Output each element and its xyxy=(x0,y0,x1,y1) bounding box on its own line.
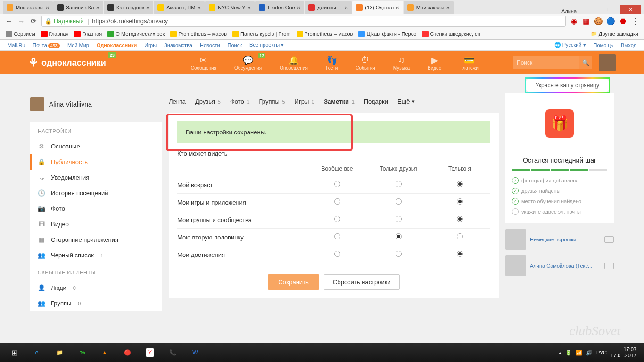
system-tray[interactable]: ▴ 🔋 📶 🔊 РУС 17:07 17.01.2017 xyxy=(559,346,641,359)
radio-button[interactable] xyxy=(396,233,402,239)
close-tab-icon[interactable]: × xyxy=(345,4,348,11)
radio-button[interactable] xyxy=(396,198,402,205)
nav-События[interactable]: ⏱События xyxy=(355,55,375,71)
taskbar-yandex[interactable]: Y xyxy=(139,345,161,361)
forward-button[interactable]: → xyxy=(17,17,25,25)
help-link[interactable]: Помощь xyxy=(594,42,614,48)
back-button[interactable]: ← xyxy=(5,17,13,25)
mailru-link[interactable]: Поиск xyxy=(228,42,242,48)
bookmark-item[interactable]: О Методических рек xyxy=(106,30,166,38)
browser-tab[interactable]: Мои заказы× xyxy=(404,1,454,14)
extension-icon[interactable]: 🍪 xyxy=(594,17,603,25)
bookmark-item[interactable]: Стенки шведские, сп xyxy=(420,30,482,38)
taskbar-explorer[interactable]: 📁 xyxy=(48,345,71,361)
reload-button[interactable]: ⟳ xyxy=(29,17,38,25)
address-bar[interactable]: 🔒 Надежный | https://ok.ru/settings/priv… xyxy=(41,16,566,27)
sidebar-ad[interactable]: Немецкие порошки xyxy=(505,229,614,250)
taskbar-chrome[interactable]: 🔴 xyxy=(116,345,139,361)
sidebar-item[interactable]: 🗨Уведомления xyxy=(30,170,162,185)
ok-logo[interactable]: ⚘ одноклассники 23 xyxy=(28,56,106,69)
message-icon[interactable] xyxy=(604,263,614,269)
other-bookmarks[interactable]: 📁 Другие закладки xyxy=(589,30,640,38)
nav-Музыка[interactable]: ♫Музыка xyxy=(393,55,410,71)
close-tab-icon[interactable]: × xyxy=(396,4,399,11)
browser-tab[interactable]: (13) Однокл× xyxy=(352,1,403,14)
sidebar-item[interactable]: 👥Группы0 xyxy=(30,296,162,311)
radio-button[interactable] xyxy=(396,251,402,257)
nav-Видео[interactable]: ▶Видео xyxy=(428,55,441,71)
taskbar-vlc[interactable]: ▲ xyxy=(93,345,116,361)
sidebar-item[interactable]: 🔒Публичность xyxy=(30,154,162,170)
bookmark-item[interactable]: Главная xyxy=(39,30,71,38)
reset-button[interactable]: Сбросить настройки xyxy=(324,274,400,290)
nav-Сообщения[interactable]: ✉Сообщения xyxy=(191,55,216,71)
nav-Гости[interactable]: 👣Гости xyxy=(326,55,338,71)
sidebar-ad[interactable]: Алина Самойлова (Текс... xyxy=(505,255,614,276)
adblock-icon[interactable]: ⬣ xyxy=(619,17,627,25)
start-button[interactable]: ⊞ xyxy=(3,345,25,361)
radio-button[interactable] xyxy=(334,233,340,239)
bookmark-item[interactable]: Главная xyxy=(72,30,104,38)
save-button[interactable]: Сохранить xyxy=(268,274,319,290)
radio-button[interactable] xyxy=(457,198,463,205)
profile-tab[interactable]: Лента xyxy=(169,98,186,105)
user-avatar[interactable] xyxy=(599,54,616,71)
onboarding-step[interactable]: ✓место обучения найдено xyxy=(512,196,607,206)
radio-button[interactable] xyxy=(334,251,340,257)
extension-icon[interactable]: ▦ xyxy=(582,17,590,25)
close-tab-icon[interactable]: × xyxy=(146,4,150,11)
close-tab-icon[interactable]: × xyxy=(446,4,450,11)
taskbar-viber[interactable]: 📞 xyxy=(161,345,184,361)
close-tab-icon[interactable]: × xyxy=(297,4,301,11)
radio-button[interactable] xyxy=(457,181,463,187)
mailru-link[interactable]: Одноклассники xyxy=(97,42,137,48)
profile-tab[interactable]: Фото 1 xyxy=(230,98,250,105)
extension-icon[interactable]: 🔵 xyxy=(606,17,615,25)
browser-tab[interactable]: Ekiden One× xyxy=(255,1,304,14)
bookmark-item[interactable]: Prometheus – масов xyxy=(168,30,229,38)
profile-tab[interactable]: Игры 0 xyxy=(295,98,314,105)
browser-tab[interactable]: NYC New Y× xyxy=(205,1,255,14)
sidebar-item[interactable]: 👤Люди0 xyxy=(30,280,162,296)
sidebar-item[interactable]: 👥Черный список1 xyxy=(30,247,162,263)
close-tab-icon[interactable]: × xyxy=(46,4,50,11)
bookmark-item[interactable]: Панель курсів | Prom xyxy=(231,30,293,38)
search-button[interactable]: 🔍 xyxy=(579,56,592,69)
onboarding-step[interactable]: укажите адрес эл. почты xyxy=(512,206,607,217)
browser-tab[interactable]: Мои заказы× xyxy=(3,1,53,14)
mailru-link[interactable]: Почта453 xyxy=(33,42,60,48)
onboarding-step[interactable]: ✓друзья найдены xyxy=(512,186,607,196)
nav-Обсуждения[interactable]: 💬Обсуждения13 xyxy=(234,55,262,71)
profile-link[interactable]: Alina Vitaliivna xyxy=(30,93,162,115)
onboarding-step[interactable]: ✓фотография добавлена xyxy=(512,175,607,186)
browser-tab[interactable]: Как в однок× xyxy=(104,1,153,14)
sidebar-item[interactable]: ⚙Основные xyxy=(30,139,162,154)
sidebar-item[interactable]: 🎞Видео xyxy=(30,216,162,232)
mailru-link[interactable]: Mail.Ru xyxy=(8,42,25,48)
maximize-button[interactable]: ☐ xyxy=(599,5,620,14)
language-indicator[interactable]: РУС xyxy=(596,350,607,355)
minimize-button[interactable]: — xyxy=(578,5,599,14)
close-tab-icon[interactable]: × xyxy=(197,4,201,11)
decorate-page-button[interactable]: Украсьте вашу страницу xyxy=(525,77,610,93)
browser-tab[interactable]: джинсы× xyxy=(305,1,352,14)
mailru-link[interactable]: Все проекты ▾ xyxy=(249,42,284,48)
radio-button[interactable] xyxy=(334,198,340,205)
radio-button[interactable] xyxy=(457,251,463,257)
nav-Платежи[interactable]: 💳Платежи xyxy=(459,55,479,71)
sidebar-item[interactable]: 🕓История посещений xyxy=(30,185,162,201)
mailru-link[interactable]: Знакомства xyxy=(164,42,192,48)
chrome-menu-button[interactable]: ⋮ xyxy=(631,17,639,25)
tray-up-icon[interactable]: ▴ xyxy=(559,350,561,356)
sidebar-item[interactable]: 📷Фото xyxy=(30,201,162,216)
profile-tab[interactable]: Группы 5 xyxy=(259,98,285,105)
search-input[interactable] xyxy=(513,56,579,69)
chrome-user[interactable]: Алина xyxy=(561,8,578,14)
nav-Оповещения[interactable]: 🔔Оповещения xyxy=(280,55,308,71)
radio-button[interactable] xyxy=(334,181,340,187)
browser-tab[interactable]: Записи ‹ Кл× xyxy=(53,1,103,14)
bookmark-item[interactable]: Сервисы xyxy=(4,30,37,38)
close-tab-icon[interactable]: × xyxy=(248,4,251,11)
taskbar-word[interactable]: W xyxy=(184,345,206,361)
profile-tab[interactable]: Заметки 1 xyxy=(324,98,355,105)
